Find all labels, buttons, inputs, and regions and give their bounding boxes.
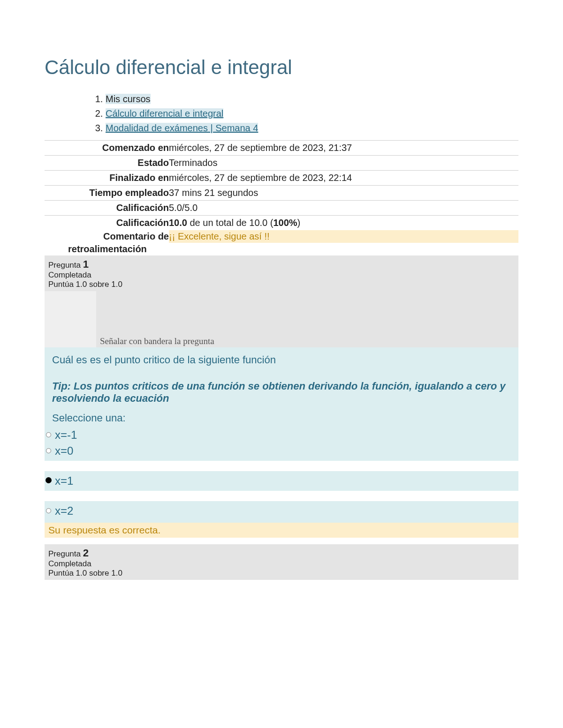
- question-score: Puntúa 1.0 sobre 1.0: [48, 280, 515, 291]
- breadcrumb-label: Mis cursos: [106, 94, 151, 104]
- option-label: x=2: [52, 504, 73, 518]
- summary-value: Terminados: [169, 157, 518, 169]
- question-number: 1: [83, 258, 89, 270]
- summary-label: Estado: [45, 157, 169, 169]
- answer-feedback: Su respuesta es correcta.: [45, 523, 518, 538]
- attempt-summary: Comenzado en miércoles, 27 de septiembre…: [45, 140, 518, 255]
- grade-score: 10.0: [169, 218, 187, 228]
- question-score: Puntúa 1.0 sobre 1.0: [48, 569, 515, 580]
- summary-row-feedback: Comentario de ¡¡ Excelente, sigue así !!: [45, 230, 518, 243]
- summary-row-feedback2: retroalimentación: [45, 243, 518, 255]
- breadcrumb-link-week[interactable]: Modalidad de exámenes | Semana 4: [106, 123, 258, 133]
- question-header-2: Pregunta 2 Completada Puntúa 1.0 sobre 1…: [45, 544, 518, 580]
- option-row[interactable]: x=0: [45, 443, 511, 459]
- page-title: Cálculo diferencial e integral: [45, 56, 518, 79]
- flag-question-link[interactable]: Señalar con bandera la pregunta: [96, 336, 214, 347]
- question-text: Cuál es es el punto critico de la siguie…: [52, 354, 511, 366]
- summary-label: Calificación: [45, 202, 169, 214]
- grade-pct: 100%: [273, 218, 297, 228]
- summary-row-state: Estado Terminados: [45, 156, 518, 171]
- grade-mid: de un total de 10.0 (: [187, 218, 273, 228]
- flag-area: Señalar con bandera la pregunta: [45, 291, 518, 347]
- summary-row-time: Tiempo empleado 37 mins 21 segundos: [45, 186, 518, 201]
- summary-row-started: Comenzado en miércoles, 27 de septiembre…: [45, 141, 518, 156]
- breadcrumb-link-course[interactable]: Cálculo diferencial e integral: [106, 108, 223, 119]
- radio-icon-selected[interactable]: [45, 477, 52, 485]
- summary-value: 37 mins 21 segundos: [169, 187, 518, 199]
- radio-icon[interactable]: [45, 431, 52, 439]
- summary-value: 10.0 de un total de 10.0 (100%): [169, 217, 518, 229]
- radio-icon[interactable]: [45, 507, 52, 515]
- option-row[interactable]: x=2: [45, 503, 511, 519]
- summary-row-finished: Finalizado en miércoles, 27 de septiembr…: [45, 171, 518, 186]
- breadcrumb-item: Cálculo diferencial e integral: [106, 106, 518, 121]
- summary-row-grade1: Calificación 5.0/5.0: [45, 201, 518, 216]
- option-row[interactable]: x=-1: [45, 427, 511, 443]
- radio-icon[interactable]: [45, 447, 52, 455]
- question-prefix: Pregunta: [48, 261, 83, 270]
- question-number-line: Pregunta 2: [48, 547, 515, 559]
- question-state: Completada: [48, 270, 515, 280]
- summary-label: Comenzado en: [45, 142, 169, 154]
- feedback-label: Comentario de: [45, 230, 169, 243]
- option-row-selected[interactable]: x=1: [45, 473, 511, 489]
- feedback-label-cont: retroalimentación: [45, 243, 169, 255]
- breadcrumb-item: Modalidad de exámenes | Semana 4: [106, 121, 518, 135]
- option-label: x=1: [52, 474, 73, 488]
- question-state: Completada: [48, 559, 515, 569]
- breadcrumb: Mis cursos Cálculo diferencial e integra…: [106, 92, 518, 135]
- option-label: x=0: [52, 444, 73, 458]
- breadcrumb-item: Mis cursos: [106, 92, 518, 106]
- question-body-1: Cuál es es el punto critico de la siguie…: [45, 347, 518, 523]
- option-label: x=-1: [52, 428, 77, 442]
- summary-value: 5.0/5.0: [169, 202, 518, 214]
- question-select-prompt: Seleccione una:: [52, 412, 511, 424]
- option-gap: [37, 461, 518, 471]
- grade-suffix: ): [297, 218, 301, 228]
- summary-label: Tiempo empleado: [45, 187, 169, 199]
- question-prefix: Pregunta: [48, 549, 83, 558]
- summary-label: Calificación: [45, 217, 169, 229]
- summary-row-grade2: Calificación 10.0 de un total de 10.0 (1…: [45, 216, 518, 230]
- summary-value: miércoles, 27 de septiembre de 2023, 22:…: [169, 172, 518, 184]
- option-gap: [37, 491, 518, 501]
- options-list: x=-1 x=0 x=1 x=2: [45, 427, 511, 519]
- question-header-1: Pregunta 1 Completada Puntúa 1.0 sobre 1…: [45, 255, 518, 291]
- question-number: 2: [83, 547, 89, 559]
- question-tip: Tip: Los puntos criticos de una función …: [52, 380, 511, 405]
- summary-value: miércoles, 27 de septiembre de 2023, 21:…: [169, 142, 518, 154]
- summary-label: Finalizado en: [45, 172, 169, 184]
- feedback-value: ¡¡ Excelente, sigue así !!: [169, 230, 518, 243]
- question-number-line: Pregunta 1: [48, 258, 515, 270]
- flag-icon-placeholder: [45, 291, 96, 347]
